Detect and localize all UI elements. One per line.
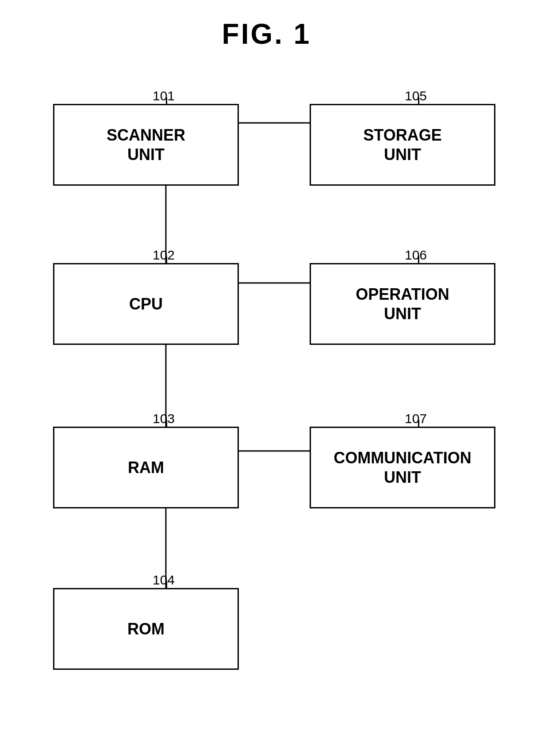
operation-unit-box: OPERATION UNIT [310,263,495,345]
scanner-unit-box: SCANNER UNIT [53,104,239,186]
communication-unit-box: COMMUNICATION UNIT [310,427,495,508]
page-title: FIG. 1 [0,0,533,50]
rom-box: ROM [53,588,239,670]
ram-box: RAM [53,427,239,508]
cpu-box: CPU [53,263,239,345]
diagram-container: 101 SCANNER UNIT 102 CPU 103 RAM 104 ROM… [27,71,506,729]
storage-unit-box: STORAGE UNIT [310,104,495,186]
